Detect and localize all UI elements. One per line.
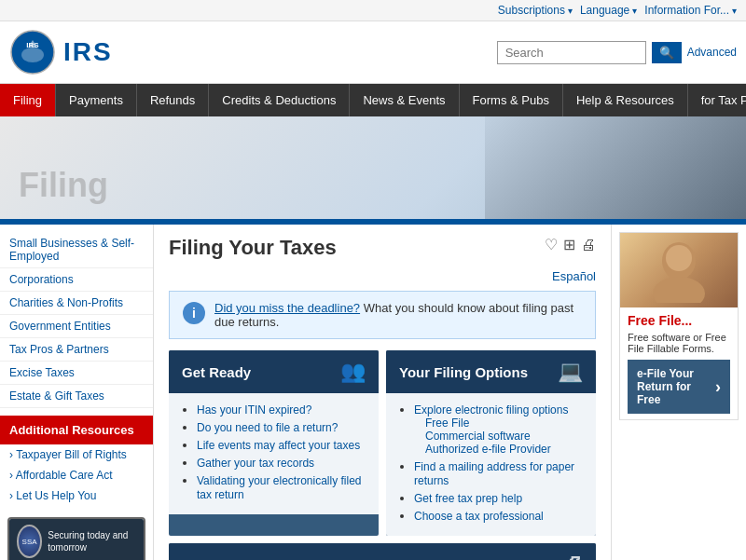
nav-credits-deductions[interactable]: Credits & Deductions: [209, 84, 350, 116]
gather-records-link[interactable]: Gather your tax records: [197, 457, 314, 470]
hero-image-inner: [485, 116, 746, 219]
search-button[interactable]: 🔍: [652, 42, 682, 63]
sidebar-let-us-help[interactable]: Let Us Help You: [0, 485, 153, 506]
print-icon[interactable]: 🖨: [581, 237, 596, 253]
authorized-efile-link[interactable]: Authorized e-file Provider: [425, 443, 583, 456]
filing-options-body: Explore electronic filing options Free F…: [386, 393, 596, 536]
list-item: Gather your tax records: [197, 456, 366, 470]
sidebar-corporations[interactable]: Corporations: [0, 268, 153, 292]
nav-for-tax-pros[interactable]: for Tax Pros: [688, 84, 746, 116]
list-item: Find a mailing address for paper returns: [414, 459, 583, 487]
free-prep-link[interactable]: Get free tax prep help: [414, 492, 522, 505]
share-icon[interactable]: ⊞: [563, 236, 575, 253]
commercial-software-link[interactable]: Commercial software: [425, 430, 583, 443]
filing-options-header: Your Filing Options 💻: [386, 350, 596, 393]
list-item: Get free tax prep help: [414, 491, 583, 505]
page-title: Filing Your Taxes: [169, 236, 337, 260]
deadline-link[interactable]: Did you miss the deadline?: [214, 301, 360, 315]
person-image: [642, 238, 716, 303]
badge-text: Securing today and tomorrow: [48, 529, 136, 553]
free-file-image: [620, 233, 738, 307]
svg-point-5: [653, 277, 705, 303]
irs-eagle-logo: IRS: [9, 29, 56, 75]
nav-filing[interactable]: Filing: [0, 84, 56, 116]
header: IRS IRS 🔍 Advanced: [0, 21, 746, 84]
info-box: i Did you miss the deadline? What you sh…: [169, 291, 596, 339]
espanol-link[interactable]: Español: [169, 269, 596, 283]
subscriptions-menu[interactable]: Subscriptions: [498, 4, 573, 17]
svg-point-2: [21, 48, 44, 62]
printer-icon: 🖨: [562, 553, 583, 560]
sidebar: Small Businesses & Self-Employed Corpora…: [0, 225, 154, 560]
nav-forms-pubs[interactable]: Forms & Pubs: [460, 84, 563, 116]
get-ready-body: Has your ITIN expired? Do you need to fi…: [169, 393, 379, 514]
logo-area: IRS IRS: [9, 29, 113, 75]
list-item: Validating your electronically filed tax…: [197, 473, 366, 501]
language-menu[interactable]: Language: [580, 4, 637, 17]
information-for-menu[interactable]: Information For...: [644, 4, 737, 17]
choose-professional-link[interactable]: Choose a tax professional: [414, 510, 544, 523]
get-ready-card: Get Ready 👥 Has your ITIN expired? Do yo…: [169, 350, 379, 536]
info-text: Did you miss the deadline? What you shou…: [214, 301, 582, 329]
free-file-title: Free File...: [628, 313, 730, 328]
search-area: 🔍 Advanced: [497, 41, 737, 64]
nav-payments[interactable]: Payments: [56, 84, 137, 116]
cards-row: Get Ready 👥 Has your ITIN expired? Do yo…: [169, 350, 596, 536]
free-file-box: Free File... Free software or Free File …: [619, 232, 739, 420]
list-item: Do you need to file a return?: [197, 420, 366, 434]
free-file-link[interactable]: Free File: [425, 417, 583, 430]
irs-logo-text: IRS: [63, 37, 113, 67]
get-ready-list: Has your ITIN expired? Do you need to fi…: [182, 403, 366, 501]
sidebar-badge-header: SSA Securing today and tomorrow: [9, 519, 144, 560]
need-file-link[interactable]: Do you need to file a return?: [197, 421, 338, 434]
prepare-return-header: Prepare Your Return 🖨: [169, 543, 596, 560]
search-input[interactable]: [497, 41, 646, 64]
prepare-return-title: Prepare Your Return: [182, 557, 317, 561]
bookmark-icon[interactable]: ♡: [545, 236, 558, 253]
mailing-address-link[interactable]: Find a mailing address for paper returns: [414, 460, 574, 487]
content-header: Filing Your Taxes ♡ ⊞ 🖨: [169, 236, 596, 260]
svg-point-6: [666, 245, 692, 271]
nav-refunds[interactable]: Refunds: [137, 84, 209, 116]
sidebar-charities[interactable]: Charities & Non-Profits: [0, 292, 153, 315]
sidebar-excise-taxes[interactable]: Excise Taxes: [0, 362, 153, 385]
info-icon: i: [183, 302, 205, 324]
life-events-link[interactable]: Life events may affect your taxes: [197, 439, 360, 452]
free-file-body: Free File... Free software or Free File …: [620, 307, 738, 419]
validating-link[interactable]: Validating your electronically filed tax…: [197, 474, 362, 501]
sidebar-taxpayer-rights[interactable]: Taxpayer Bill of Rights: [0, 444, 153, 465]
seal-icon: SSA: [17, 525, 42, 558]
header-actions: ♡ ⊞ 🖨: [545, 236, 596, 253]
list-item: Has your ITIN expired?: [197, 403, 366, 417]
advanced-link[interactable]: Advanced: [687, 46, 737, 59]
right-sidebar: Free File... Free software or Free File …: [611, 225, 746, 560]
get-ready-header: Get Ready 👥: [169, 350, 379, 393]
hero-image: [485, 116, 746, 219]
people-icon: 👥: [340, 360, 366, 384]
nav-help-resources[interactable]: Help & Resources: [563, 84, 688, 116]
itin-expired-link[interactable]: Has your ITIN expired?: [197, 403, 311, 417]
filing-options-list: Explore electronic filing options Free F…: [399, 403, 583, 523]
explore-efile-link[interactable]: Explore electronic filing options: [414, 403, 568, 417]
sidebar-affordable-care[interactable]: Affordable Care Act: [0, 465, 153, 485]
main-nav: Filing Payments Refunds Credits & Deduct…: [0, 84, 746, 116]
top-bar: Subscriptions Language Information For..…: [0, 0, 746, 21]
efile-button[interactable]: e-File Your Return for Free: [628, 360, 730, 414]
main-layout: Small Businesses & Self-Employed Corpora…: [0, 225, 746, 560]
additional-resources-header: Additional Resources: [0, 416, 153, 444]
sidebar-small-business[interactable]: Small Businesses & Self-Employed: [0, 232, 153, 268]
free-file-text: Free software or Free File Fillable Form…: [628, 332, 730, 354]
list-item: Explore electronic filing options Free F…: [414, 403, 583, 456]
sidebar-badge: SSA Securing today and tomorrow: [7, 517, 145, 560]
sidebar-tax-pros[interactable]: Tax Pros & Partners: [0, 338, 153, 362]
sidebar-estate-taxes[interactable]: Estate & Gift Taxes: [0, 385, 153, 408]
hero-banner: Filing: [0, 116, 746, 219]
sidebar-govt-entities[interactable]: Government Entities: [0, 315, 153, 338]
prepare-return-card: Prepare Your Return 🖨 Top Filing Topics …: [169, 543, 596, 560]
nav-news-events[interactable]: News & Events: [350, 84, 459, 116]
hero-title: Filing: [19, 166, 108, 205]
get-ready-title: Get Ready: [182, 364, 251, 380]
filing-options-title: Your Filing Options: [399, 364, 528, 380]
filing-options-card: Your Filing Options 💻 Explore electronic…: [386, 350, 596, 536]
list-item: Life events may affect your taxes: [197, 438, 366, 452]
